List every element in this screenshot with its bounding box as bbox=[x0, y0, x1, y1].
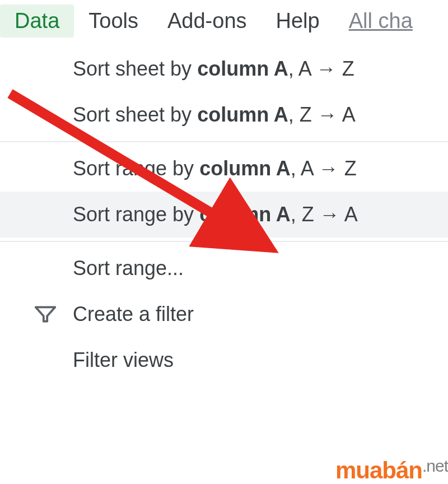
menu-addons[interactable]: Add-ons bbox=[153, 4, 262, 38]
menu-all-changes[interactable]: All cha bbox=[334, 4, 413, 38]
menu-help[interactable]: Help bbox=[262, 4, 334, 38]
menu-tools[interactable]: Tools bbox=[74, 4, 153, 38]
menu-data[interactable]: Data bbox=[0, 4, 74, 38]
menubar: Data Tools Add-ons Help All cha bbox=[0, 0, 448, 42]
